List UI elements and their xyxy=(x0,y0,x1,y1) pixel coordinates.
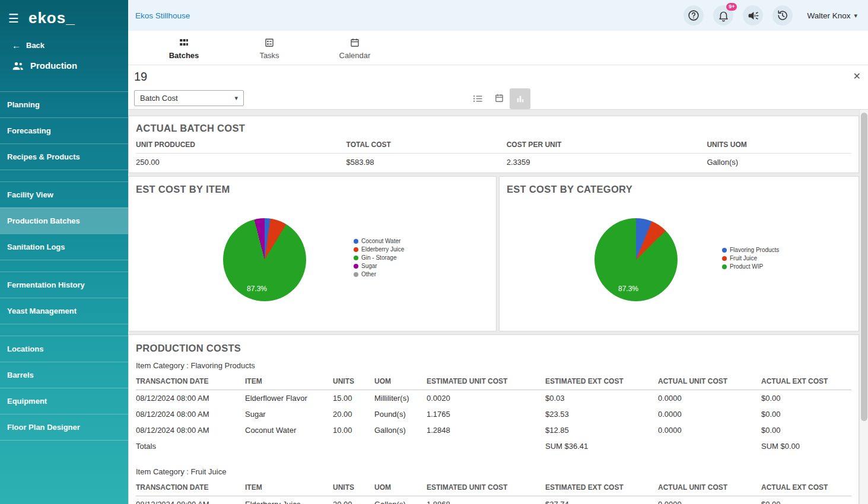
sidebar-item-planning[interactable]: Planning xyxy=(0,92,128,117)
sidebar-item-sanitation-logs[interactable]: Sanitation Logs xyxy=(0,234,128,260)
scrollbar-thumb[interactable] xyxy=(861,113,867,421)
cell-est-unit-cost: 1.2848 xyxy=(427,426,545,435)
cell-transaction-date: 08/12/2024 08:00 AM xyxy=(136,500,245,504)
header-transaction-date: TRANSACTION DATE xyxy=(136,377,245,385)
tab-batches-label: Batches xyxy=(169,51,199,60)
sidebar-item-forecasting[interactable]: Forecasting xyxy=(0,117,128,143)
help-button[interactable] xyxy=(683,5,704,25)
sidebar-item-barrels[interactable]: Barrels xyxy=(0,362,128,388)
cell-units: 20.00 xyxy=(333,410,374,419)
legend-item: Flavoring Products xyxy=(722,247,779,253)
notification-badge: 9+ xyxy=(726,3,737,11)
vertical-scrollbar[interactable] xyxy=(859,110,868,504)
header-estimated-ext-cost: ESTIMATED EXT COST xyxy=(545,483,658,492)
back-button[interactable]: ← Back xyxy=(0,32,128,53)
batch-number-title: 19 xyxy=(134,70,147,84)
batch-view-select[interactable]: Batch Cost ▾ xyxy=(134,90,244,106)
tab-calendar-label: Calendar xyxy=(339,51,371,60)
header-estimated-unit-cost: ESTIMATED UNIT COST xyxy=(427,377,545,385)
tasks-ballot-icon xyxy=(264,37,275,48)
legend-label: Product WIP xyxy=(730,263,763,270)
header-units: UNITS xyxy=(333,483,374,492)
legend-dot-fruit-juice xyxy=(722,256,727,261)
cell-transaction-date: 08/12/2024 08:00 AM xyxy=(136,426,245,435)
est-cost-by-category-title: EST COST BY CATEGORY xyxy=(507,184,851,195)
actual-ext-sum: SUM $0.00 xyxy=(761,442,851,451)
cell-est-ext-cost: $37.74 xyxy=(545,500,658,504)
sidebar-item-facility-view[interactable]: Facility View xyxy=(0,182,128,208)
hamburger-menu-icon[interactable]: ☰ xyxy=(8,12,19,24)
value-unit-produced: 250.00 xyxy=(136,158,346,167)
cell-units: 15.00 xyxy=(333,394,374,403)
page-header: 19 ✕ xyxy=(128,65,868,88)
users-icon xyxy=(12,61,24,71)
calendar-view-icon[interactable] xyxy=(494,93,504,103)
category-label: Item Category : Flavoring Products xyxy=(136,361,851,370)
tab-batches[interactable]: Batches xyxy=(160,31,208,65)
legend-dot-gin-storage xyxy=(354,256,358,260)
production-costs-title: PRODUCTION COSTS xyxy=(136,343,851,354)
legend-dot-other xyxy=(354,272,358,277)
sidebar-item-locations[interactable]: Locations xyxy=(0,336,128,362)
sidebar-item-equipment[interactable]: Equipment xyxy=(0,388,128,414)
legend-dot-elderberry-juice xyxy=(354,247,358,252)
chart-view-button[interactable] xyxy=(510,88,530,109)
ekos-logo: ekos_ xyxy=(28,9,75,27)
company-name-link[interactable]: Ekos Stillhouse xyxy=(135,11,190,20)
main-area: Ekos Stillhouse 9+ xyxy=(128,0,868,504)
user-menu[interactable]: Walter Knox ▾ xyxy=(807,11,857,20)
history-button[interactable] xyxy=(772,5,793,25)
legend-item: Product WIP xyxy=(722,263,779,270)
history-icon xyxy=(776,9,789,22)
back-arrow-icon: ← xyxy=(12,40,21,50)
cell-est-unit-cost: 1.8868 xyxy=(427,500,545,504)
header-estimated-ext-cost: ESTIMATED EXT COST xyxy=(545,377,658,385)
est-cost-by-category-legend: Flavoring Products Fruit Juice Product W… xyxy=(722,247,779,270)
legend-item: Gin - Storage xyxy=(354,254,404,261)
bell-icon xyxy=(717,9,730,22)
header-unit-produced: UNIT PRODUCED xyxy=(136,141,346,149)
calendar-icon xyxy=(349,37,360,48)
cell-transaction-date: 08/12/2024 08:00 AM xyxy=(136,410,245,419)
cell-transaction-date: 08/12/2024 08:00 AM xyxy=(136,394,245,403)
value-total-cost: $583.98 xyxy=(346,158,507,167)
close-icon[interactable]: ✕ xyxy=(853,71,861,82)
legend-dot-sugar xyxy=(354,264,358,269)
legend-label: Gin - Storage xyxy=(361,254,396,261)
header-transaction-date: TRANSACTION DATE xyxy=(136,483,245,492)
announcements-button[interactable] xyxy=(743,5,763,25)
sidebar-item-floor-plan-designer[interactable]: Floor Plan Designer xyxy=(0,414,128,440)
table-row: 08/12/2024 08:00 AM Coconut Water 10.00 … xyxy=(136,422,851,438)
totals-label: Totals xyxy=(136,442,245,451)
legend-label: Sugar xyxy=(361,263,377,269)
sidebar-item-recipes-products[interactable]: Recipes & Products xyxy=(0,143,128,170)
table-row: 08/12/2024 08:00 AM Elderflower Flavor 1… xyxy=(136,390,851,406)
value-cost-per-unit: 2.3359 xyxy=(507,158,707,167)
tab-tasks[interactable]: Tasks xyxy=(246,31,293,65)
notifications-button[interactable]: 9+ xyxy=(713,5,733,25)
est-cost-by-category-pie: 87.3% xyxy=(594,218,678,301)
section-label: Production xyxy=(30,60,77,71)
header-item: ITEM xyxy=(245,377,333,385)
sidebar-item-fermentation-history[interactable]: Fermentation History xyxy=(0,272,128,298)
bar-chart-icon xyxy=(516,94,525,104)
header-uom: UOM xyxy=(374,377,427,385)
cell-uom: Pound(s) xyxy=(374,410,427,419)
batches-grid-icon xyxy=(179,37,189,48)
toolbar: Batch Cost ▾ xyxy=(128,88,868,110)
table-row: 08/12/2024 08:00 AM Sugar 20.00 Pound(s)… xyxy=(136,406,851,422)
sidebar-item-yeast-management[interactable]: Yeast Management xyxy=(0,298,128,324)
tab-calendar[interactable]: Calendar xyxy=(331,31,379,65)
list-view-icon[interactable] xyxy=(473,94,483,103)
content-area: ACTUAL BATCH COST UNIT PRODUCED TOTAL CO… xyxy=(128,110,859,504)
sidebar: ☰ ekos_ ← Back Production Planning Forec… xyxy=(0,0,128,504)
legend-dot-coconut-water xyxy=(354,239,358,244)
pie-slice-label: 87.3% xyxy=(247,285,267,293)
cell-act-ext-cost: $0.00 xyxy=(761,426,851,435)
production-section-header: Production xyxy=(0,53,128,80)
header-actual-unit-cost: ACTUAL UNIT COST xyxy=(658,483,761,492)
legend-dot-flavoring-products xyxy=(722,248,727,253)
nav-group-fermentation: Fermentation History Yeast Management xyxy=(0,272,128,324)
sidebar-item-production-batches[interactable]: Production Batches xyxy=(0,208,128,234)
cell-act-ext-cost: $0.00 xyxy=(761,410,851,419)
